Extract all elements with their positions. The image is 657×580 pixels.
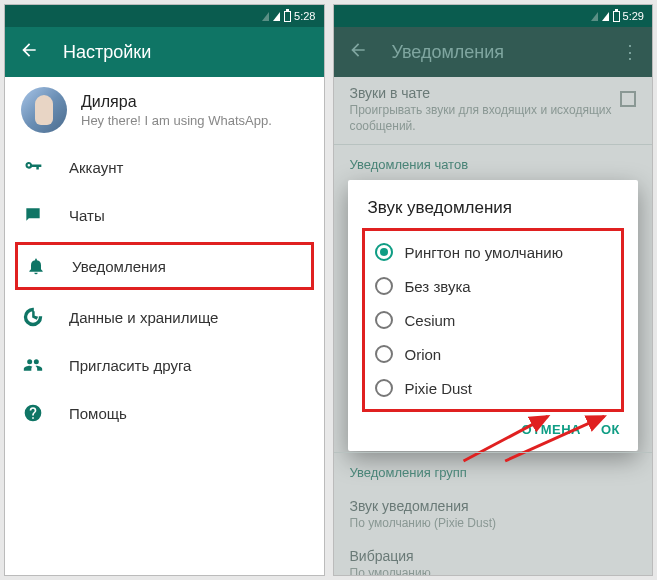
radio-icon — [375, 379, 393, 397]
radio-label: Cesium — [405, 312, 456, 329]
back-arrow-icon[interactable] — [348, 40, 368, 64]
dialog-options-highlighted: Рингтон по умолчанию Без звука Cesium Or… — [362, 228, 625, 412]
key-icon — [23, 157, 43, 177]
setting-title: Вибрация — [350, 548, 637, 564]
app-bar: Уведомления ⋮ — [334, 27, 653, 77]
chat-icon — [23, 205, 43, 225]
settings-item-invite[interactable]: Пригласить друга — [5, 341, 324, 389]
radio-label: Pixie Dust — [405, 380, 473, 397]
radio-option-default[interactable]: Рингтон по умолчанию — [365, 235, 622, 269]
settings-item-help[interactable]: Помощь — [5, 389, 324, 437]
profile-row[interactable]: Диляра Hey there! I am using WhatsApp. — [5, 77, 324, 143]
radio-option-pixie[interactable]: Pixie Dust — [365, 371, 622, 405]
help-icon — [23, 403, 43, 423]
data-icon — [23, 307, 43, 327]
setting-subtitle: По умолчанию — [350, 566, 637, 576]
section-header-groups: Уведомления групп — [334, 455, 653, 490]
back-arrow-icon[interactable] — [19, 40, 39, 64]
settings-label: Помощь — [69, 405, 127, 422]
radio-icon — [375, 277, 393, 295]
radio-label: Orion — [405, 346, 442, 363]
bell-icon — [26, 256, 46, 276]
settings-item-notifications[interactable]: Уведомления — [15, 242, 314, 290]
setting-vibration[interactable]: Вибрация По умолчанию — [334, 540, 653, 576]
dialog-title: Звук уведомления — [348, 198, 639, 228]
menu-dots-icon[interactable]: ⋮ — [621, 41, 638, 63]
status-time: 5:28 — [294, 10, 315, 22]
profile-status: Hey there! I am using WhatsApp. — [81, 113, 272, 128]
phone-left-settings: 5:28 Настройки Диляра Hey there! I am us… — [4, 4, 325, 576]
settings-label: Уведомления — [72, 258, 166, 275]
radio-icon — [375, 243, 393, 261]
avatar — [21, 87, 67, 133]
settings-label: Пригласить друга — [69, 357, 191, 374]
radio-icon — [375, 345, 393, 363]
dialog-cancel-button[interactable]: ОТМЕНА — [522, 422, 581, 437]
status-bar: 5:28 — [5, 5, 324, 27]
settings-label: Данные и хранилище — [69, 309, 218, 326]
section-header-chats: Уведомления чатов — [334, 147, 653, 182]
radio-label: Без звука — [405, 278, 471, 295]
setting-title: Звук уведомления — [350, 498, 637, 514]
dialog-ok-button[interactable]: ОК — [601, 422, 620, 437]
contacts-icon — [23, 355, 43, 375]
status-time: 5:29 — [623, 10, 644, 22]
settings-label: Аккаунт — [69, 159, 123, 176]
radio-option-cesium[interactable]: Cesium — [365, 303, 622, 337]
phone-right-notifications: 5:29 Уведомления ⋮ Звуки в чате Проигрыв… — [333, 4, 654, 576]
radio-label: Рингтон по умолчанию — [405, 244, 563, 261]
radio-icon — [375, 311, 393, 329]
settings-item-chats[interactable]: Чаты — [5, 191, 324, 239]
setting-subtitle: По умолчанию (Pixie Dust) — [350, 516, 637, 532]
app-bar: Настройки — [5, 27, 324, 77]
page-title: Настройки — [63, 42, 151, 63]
radio-option-orion[interactable]: Orion — [365, 337, 622, 371]
status-bar: 5:29 — [334, 5, 653, 27]
settings-item-data[interactable]: Данные и хранилище — [5, 293, 324, 341]
radio-option-silent[interactable]: Без звука — [365, 269, 622, 303]
checkbox-icon[interactable] — [620, 91, 636, 107]
setting-subtitle: Проигрывать звуки для входящих и исходящ… — [350, 103, 637, 134]
setting-chat-sounds[interactable]: Звуки в чате Проигрывать звуки для входя… — [334, 77, 653, 142]
setting-title: Звуки в чате — [350, 85, 637, 101]
setting-group-sound[interactable]: Звук уведомления По умолчанию (Pixie Dus… — [334, 490, 653, 540]
settings-label: Чаты — [69, 207, 105, 224]
page-title: Уведомления — [392, 42, 505, 63]
sound-dialog: Звук уведомления Рингтон по умолчанию Бе… — [348, 180, 639, 451]
settings-item-account[interactable]: Аккаунт — [5, 143, 324, 191]
profile-name: Диляра — [81, 93, 272, 111]
